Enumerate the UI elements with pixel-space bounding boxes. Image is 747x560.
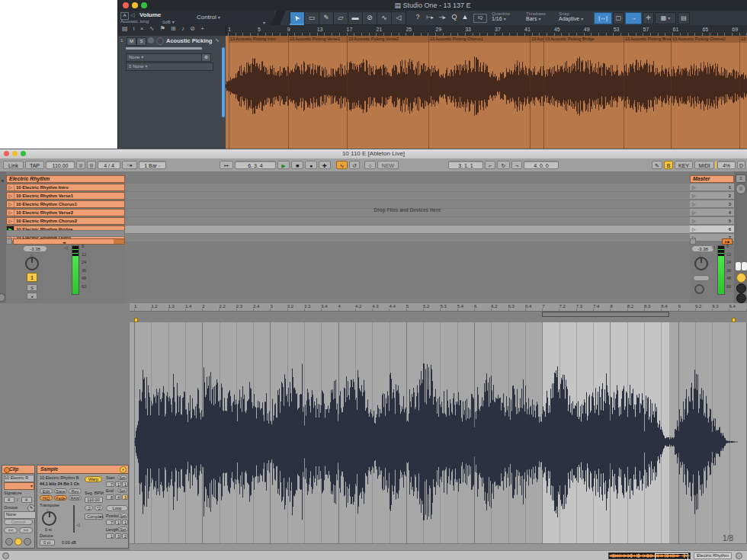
scene-slot[interactable]: ▷1 (690, 184, 734, 191)
clip-slot[interactable]: ▷10 Electric Rhythm Verse2 (6, 209, 125, 216)
punch-out-button[interactable]: ¬ (511, 161, 522, 169)
start-sixteenth-field[interactable]: 1 (122, 482, 128, 487)
play-button[interactable]: ▶ (277, 161, 290, 169)
record-arm-button[interactable] (148, 37, 154, 43)
crosshair-button[interactable]: ✛ (643, 12, 654, 24)
track-activator[interactable]: 1 (27, 273, 37, 282)
seg-bpm-field[interactable]: 110.00 (85, 497, 103, 503)
quantization-menu[interactable]: 1 Bar (139, 161, 166, 169)
envelope-box-toggle[interactable] (24, 538, 31, 546)
transpose-knob[interactable] (42, 511, 56, 526)
scene-play-icon[interactable]: ▷ (692, 218, 696, 224)
metronome-button[interactable]: ▲ (458, 11, 472, 24)
length-sixteenth-field[interactable]: 2 (122, 533, 128, 539)
status-left-knob[interactable] (2, 552, 9, 559)
clip-name-field[interactable]: 10 Electric R (4, 475, 34, 482)
eraser-tool[interactable]: ▱ (333, 11, 348, 25)
reverse-button[interactable]: Rev (69, 488, 82, 494)
scene-play-icon[interactable]: ▷ (692, 226, 696, 232)
nudge-back-button[interactable]: << (4, 527, 18, 533)
grid-icon[interactable]: ⊞ (171, 25, 176, 32)
inspector-icon[interactable]: i (133, 25, 135, 32)
double-tempo-button[interactable]: *2 (95, 505, 103, 510)
clip-label[interactable]: 13 Acoustic Picking Bridge (543, 36, 625, 43)
loop-brace[interactable] (542, 312, 669, 317)
tools-icon[interactable]: × (140, 25, 144, 32)
session-grid-row[interactable] (125, 192, 690, 200)
waveform-editor[interactable] (130, 322, 747, 544)
session-grid-row[interactable] (125, 184, 690, 192)
marker-flag-icon[interactable]: ⚑ (160, 25, 165, 32)
nudge-up-button[interactable]: ||| (87, 161, 96, 169)
link-button[interactable]: Link (3, 161, 24, 169)
loop-start-display[interactable]: 3. 1. 1 (448, 161, 483, 169)
param-name[interactable]: Volume (139, 11, 161, 18)
session-record-button[interactable]: ○ (364, 161, 376, 169)
disable-icon[interactable]: ⊘ (190, 25, 195, 32)
note-icon[interactable]: ♪ (181, 25, 184, 32)
track-title[interactable]: Electric Rhythm (6, 175, 125, 183)
position-sixteenth-field[interactable]: 1 (122, 520, 128, 525)
half-tempo-button[interactable]: :2 (85, 505, 93, 510)
clip-label[interactable]: 13 Acoustic Picking Breakdo (624, 36, 672, 43)
clip-slot[interactable]: ▷10 Electric Rhythm Chorus2 (6, 217, 125, 225)
hot-swap-icon[interactable]: + (120, 466, 127, 473)
midi-map-button[interactable]: MIDI (694, 161, 714, 169)
start-bar-field[interactable]: 7 (106, 482, 114, 487)
transpose-value[interactable]: 0 st (45, 527, 52, 532)
timebase-group[interactable]: Timebase Bars (526, 11, 546, 21)
position-beat-field[interactable]: 1 (115, 520, 121, 525)
clip-overview-minimap[interactable] (608, 552, 691, 559)
reenable-automation-button[interactable]: ↺ (349, 161, 360, 169)
clip-play-icon[interactable]: ▷ (7, 218, 14, 224)
master-title[interactable]: Master (690, 175, 734, 183)
mute-button[interactable]: M (127, 37, 136, 46)
session-grid-row[interactable] (125, 217, 690, 226)
show-mixer-toggle[interactable] (736, 283, 746, 293)
mute-tool[interactable]: ⊘ (362, 11, 377, 25)
overdub-button[interactable]: ✚ (319, 161, 331, 169)
loop-button[interactable]: ↻ (497, 161, 510, 169)
session-grid-row[interactable] (125, 226, 690, 234)
scene-stop-box[interactable] (690, 238, 696, 245)
split-tool[interactable]: ✎ (319, 11, 334, 25)
show-sends-toggle[interactable] (741, 261, 747, 271)
follow-playback-button[interactable]: → (625, 12, 642, 24)
add-track-icon[interactable]: + (200, 25, 204, 32)
solo-button[interactable]: S (136, 37, 146, 46)
length-set-button[interactable]: Set (118, 526, 128, 532)
clip-label[interactable]: 13 Acoustic Picking Chorus1 (428, 36, 531, 43)
crossfade-assign[interactable] (693, 275, 710, 281)
clip-label[interactable]: 13 Acoustic Picking Verse1 (288, 36, 348, 43)
pan-knob[interactable] (25, 257, 39, 270)
nudge-down-button[interactable]: ||| (76, 161, 85, 169)
vertical-scrollbar[interactable] (222, 47, 225, 117)
follow-button[interactable]: ↦ (220, 161, 233, 169)
clip-label[interactable]: 13 Acoustic Picking Verse2 (347, 36, 430, 43)
autoscroll-button[interactable]: |↔| (594, 12, 612, 24)
draw-mode-button[interactable]: ✎ (652, 161, 662, 169)
insert-slot[interactable]: None (126, 53, 203, 62)
clip-play-icon[interactable]: ▷ (7, 201, 14, 207)
clip-label[interactable]: 13 Acoustic Pi (530, 36, 545, 43)
timeline-ruler[interactable]: 159131721252933374145495357616569 (226, 25, 747, 36)
snap-value[interactable]: Adaptive (559, 16, 583, 21)
end-beat-field[interactable]: 4 (115, 494, 121, 500)
b-button[interactable]: B (664, 161, 673, 169)
paint-tool[interactable]: ▬ (348, 11, 363, 25)
save-button[interactable]: Save (54, 488, 67, 494)
track-volume-display[interactable]: -3.38 (23, 245, 47, 252)
edit-button[interactable]: Edit (40, 488, 53, 494)
quantize-value[interactable]: 1/16 (492, 16, 510, 21)
quantize-group[interactable]: Quantize 1/16 (492, 11, 510, 21)
timebase-value[interactable]: Bars (526, 16, 546, 21)
arrangement-area[interactable]: 13 Acoustic Picking Intro13 Acoustic Pic… (226, 36, 747, 149)
warp-button[interactable]: Warp (85, 476, 102, 482)
clip-slot[interactable]: ▷10 Electric Rhythm Chorus1 (6, 200, 125, 208)
stop-button[interactable]: ■ (291, 161, 303, 169)
overview-icon[interactable]: ▤ (122, 25, 128, 32)
horizontal-scroll-strip[interactable] (130, 543, 747, 550)
instrument-slot[interactable]: ≡ None (126, 62, 213, 71)
position-bar-field[interactable]: 7 (106, 520, 114, 525)
start-set-button[interactable]: Set (117, 475, 127, 480)
